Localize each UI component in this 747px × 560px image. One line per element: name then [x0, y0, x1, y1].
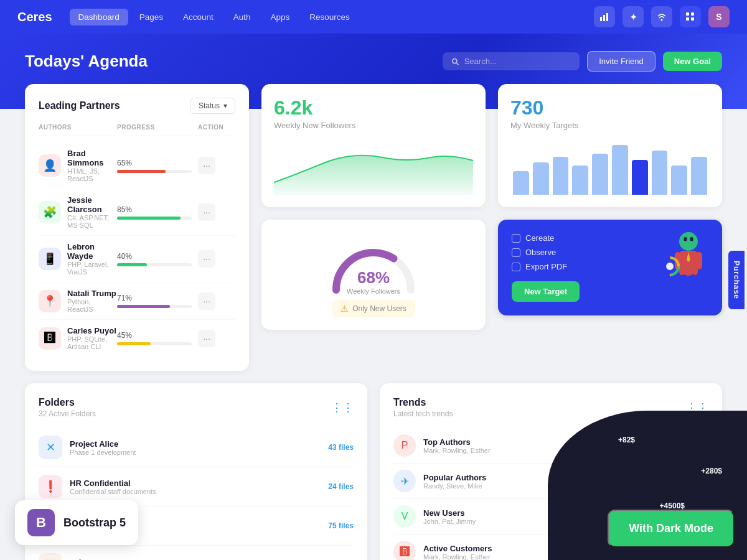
trend-sub: Mark, Rowling, Esther: [423, 553, 492, 561]
author-details: Carles Puyol PHP, SQLite, Artisan CLI: [67, 326, 117, 350]
folders-title-group: Folders 32 Active Folders: [39, 397, 96, 418]
progress-bar-bg: [117, 342, 192, 345]
progress-bar-fill: [117, 170, 166, 173]
action-button[interactable]: ···: [198, 250, 215, 268]
author-tech: HTML, JS, ReactJS: [67, 167, 117, 182]
svg-rect-5: [691, 12, 694, 16]
middle-column: 6.2k Weekly New Followers: [261, 84, 486, 371]
author-name: Carles Puyol: [67, 326, 117, 335]
progress-cell: 45%: [117, 331, 198, 345]
checkbox[interactable]: [512, 248, 520, 257]
invite-friend-button[interactable]: Invite Friend: [587, 51, 655, 72]
target-illustration: [651, 226, 713, 312]
bar-item: [513, 171, 529, 195]
bootstrap-logo: B: [27, 509, 55, 536]
bar-item: [592, 154, 608, 195]
progress-pct: 45%: [117, 331, 192, 340]
search-icon: [451, 57, 459, 66]
author-info: 🅱 Carles Puyol PHP, SQLite, Artisan CLI: [39, 326, 117, 350]
bootstrap-badge: B Bootstrap 5: [15, 500, 138, 545]
nav-pages[interactable]: Pages: [131, 9, 172, 26]
list-item[interactable]: 🖼 sets banner images 16 files: [39, 546, 354, 560]
svg-rect-0: [600, 17, 602, 21]
author-rows: 👤 Brad Simmons HTML, JS, ReactJS 65% ···…: [39, 142, 235, 357]
progress-bar-fill: [117, 342, 151, 345]
progress-bar-fill: [117, 217, 181, 220]
author-avatar: 📱: [39, 248, 61, 270]
author-name: Natali Trump: [67, 289, 117, 298]
progress-pct: 40%: [117, 252, 192, 261]
folders-options-icon[interactable]: ⋮⋮: [331, 401, 354, 414]
header-actions: Invite Friend New Goal: [443, 51, 722, 72]
svg-point-17: [690, 238, 693, 241]
trend-icon: V: [393, 505, 416, 528]
dark-overlay: +82$ +280$ +4500$ With Dark Mode: [548, 411, 747, 560]
author-info: 👤 Brad Simmons HTML, JS, ReactJS: [39, 149, 117, 182]
bar-item: [612, 145, 628, 195]
author-info: 🧩 Jessie Clarcson C#, ASP.NET, MS SQL: [39, 195, 117, 229]
author-details: Jessie Clarcson C#, ASP.NET, MS SQL: [67, 195, 117, 229]
option-label: Cereate: [525, 233, 554, 243]
status-dropdown[interactable]: Status ▾: [190, 98, 235, 114]
svg-point-20: [666, 263, 674, 270]
bootstrap-text: Bootstrap 5: [63, 516, 126, 530]
progress-pct: 85%: [117, 205, 192, 214]
search-input[interactable]: [464, 57, 571, 66]
action-button[interactable]: ···: [198, 203, 215, 221]
navbar: Ceres Dashboard Pages Account Auth Apps …: [0, 0, 747, 34]
nav-icons: ✦ S: [594, 6, 730, 27]
wifi-icon[interactable]: [651, 6, 672, 27]
folder-info: sets banner images: [70, 557, 115, 561]
right-column: 730 My Weekly Targets Cereate Observe Ex…: [498, 84, 722, 371]
list-item[interactable]: ✕ Project Alice Phase 1 development 43 f…: [39, 428, 354, 467]
trend-name: Popular Authors: [423, 473, 486, 482]
checkbox[interactable]: [512, 234, 520, 243]
nav-auth[interactable]: Auth: [225, 9, 260, 26]
folder-icon: ❗: [39, 475, 62, 498]
new-goal-button[interactable]: New Goal: [663, 52, 722, 71]
author-tech: PHP, SQLite, Artisan CLI: [67, 335, 117, 350]
svg-point-3: [661, 19, 663, 21]
bar-chart-icon[interactable]: [594, 6, 615, 27]
author-tech: C#, ASP.NET, MS SQL: [67, 214, 117, 229]
action-button[interactable]: ···: [198, 157, 215, 174]
progress-cell: 71%: [117, 294, 198, 308]
author-details: Lebron Wayde PHP, Laravel, VueJS: [67, 242, 117, 276]
trend-name: Active Customers: [423, 544, 492, 553]
action-button[interactable]: ···: [198, 330, 215, 347]
nav-apps[interactable]: Apps: [262, 9, 299, 26]
search-box[interactable]: [443, 52, 580, 70]
trend-info: Popular Authors Randy, Steve, Mike: [423, 473, 486, 490]
col-progress: PROGRESS: [117, 124, 198, 131]
brand-logo: Ceres: [17, 10, 52, 24]
overlay-stat-1: +82$: [618, 436, 635, 444]
trend-sub: Mark, Rowling, Esther: [423, 447, 491, 454]
progress-cell: 40%: [117, 252, 198, 266]
dark-mode-button[interactable]: With Dark Mode: [608, 510, 735, 548]
folder-files: 75 files: [328, 521, 354, 530]
option-label: Export PDF: [525, 262, 567, 271]
nav-resources[interactable]: Resources: [301, 9, 359, 26]
author-avatar: 🅱: [39, 327, 61, 350]
gauge-card: 68% Weekly Followers ⚠ Only New Users: [261, 220, 486, 330]
grid-icon[interactable]: [680, 6, 701, 27]
targets-label: My Weekly Targets: [510, 121, 710, 130]
nav-dashboard[interactable]: Dashboard: [70, 9, 128, 26]
new-target-button[interactable]: New Target: [512, 281, 580, 302]
followers-label: Weekly New Followers: [274, 121, 473, 130]
checkbox[interactable]: [512, 263, 520, 271]
action-button[interactable]: ···: [198, 292, 215, 310]
svg-point-8: [453, 58, 457, 63]
author-tech: PHP, Laravel, VueJS: [67, 261, 117, 276]
purchase-tab[interactable]: Purchase: [728, 251, 745, 309]
bar-item: [533, 162, 549, 195]
col-action: ACTION: [198, 124, 235, 131]
followers-number: 6.2k: [274, 96, 473, 119]
folder-name: Project Alice: [70, 439, 136, 449]
folder-desc: Confidential staff documents: [70, 488, 156, 495]
area-chart: [274, 139, 473, 195]
user-avatar[interactable]: S: [708, 6, 730, 27]
svg-rect-14: [681, 274, 687, 293]
nav-account[interactable]: Account: [174, 9, 222, 26]
sparkle-icon[interactable]: ✦: [622, 6, 644, 27]
